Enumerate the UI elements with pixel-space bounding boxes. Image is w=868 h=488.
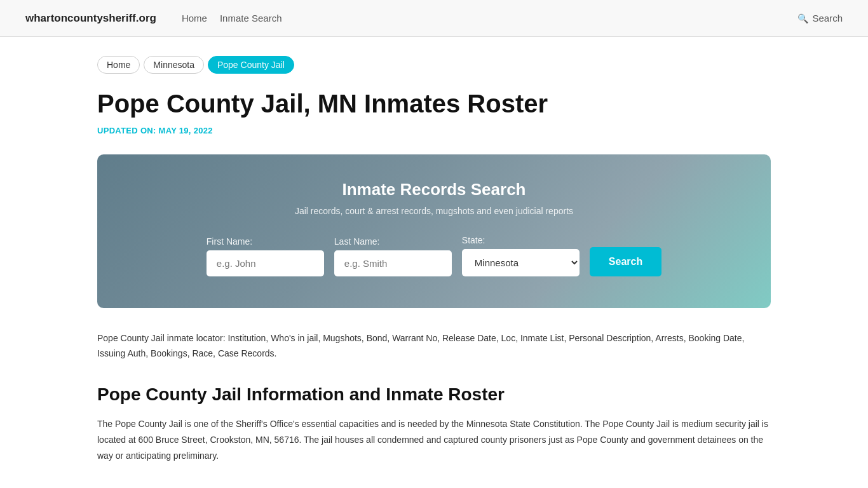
state-label: State:	[462, 235, 485, 245]
last-name-group: Last Name:	[334, 236, 452, 276]
search-button[interactable]: Search	[590, 247, 661, 276]
state-group: State: MinnesotaAlabamaAlaskaArizonaArka…	[462, 235, 580, 276]
search-box: Inmate Records Search Jail records, cour…	[97, 154, 771, 308]
navbar: whartoncountysheriff.org Home Inmate Sea…	[0, 0, 868, 37]
breadcrumb-minnesota[interactable]: Minnesota	[144, 56, 204, 74]
nav-home[interactable]: Home	[182, 13, 207, 24]
last-name-input[interactable]	[334, 250, 452, 276]
nav-search-label: Search	[812, 13, 843, 24]
search-form: First Name: Last Name: State: MinnesotaA…	[135, 235, 733, 276]
description-text: Pope County Jail inmate locator: Institu…	[97, 331, 771, 362]
search-icon: 🔍	[797, 13, 808, 24]
section-heading: Pope County Jail Information and Inmate …	[97, 384, 771, 405]
page-title: Pope County Jail, MN Inmates Roster	[97, 89, 771, 118]
nav-search-button[interactable]: 🔍 Search	[797, 13, 843, 24]
brand-logo[interactable]: whartoncountysheriff.org	[25, 12, 156, 25]
body-text: The Pope County Jail is one of the Sheri…	[97, 416, 771, 464]
search-box-subtitle: Jail records, court & arrest records, mu…	[135, 206, 733, 216]
nav-links: Home Inmate Search	[182, 13, 779, 24]
first-name-input[interactable]	[207, 250, 324, 276]
last-name-label: Last Name:	[334, 236, 380, 247]
state-select[interactable]: MinnesotaAlabamaAlaskaArizonaArkansasCal…	[462, 249, 580, 276]
first-name-group: First Name:	[207, 236, 324, 276]
main-content: Home Minnesota Pope County Jail Pope Cou…	[72, 37, 796, 488]
nav-inmate-search[interactable]: Inmate Search	[220, 13, 282, 24]
breadcrumb-home[interactable]: Home	[97, 56, 140, 74]
updated-on: UPDATED ON: MAY 19, 2022	[97, 126, 771, 135]
breadcrumb: Home Minnesota Pope County Jail	[97, 56, 771, 74]
first-name-label: First Name:	[207, 236, 252, 247]
search-box-title: Inmate Records Search	[135, 180, 733, 200]
breadcrumb-pope-county: Pope County Jail	[208, 56, 294, 74]
